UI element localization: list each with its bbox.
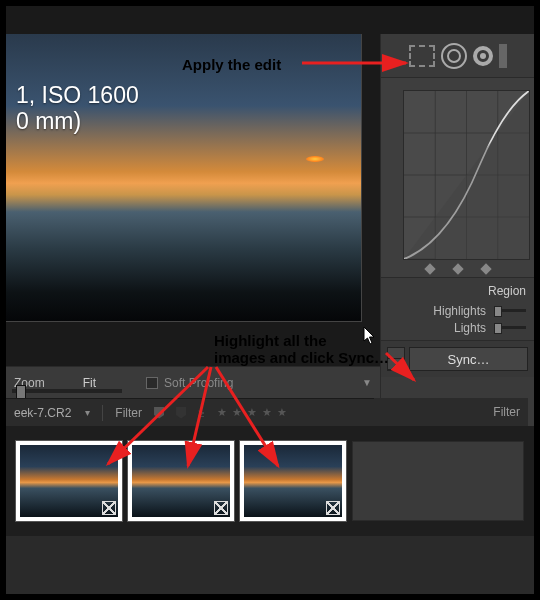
filmstrip-thumb[interactable] xyxy=(128,441,234,521)
mouse-cursor-icon xyxy=(363,326,377,346)
lights-slider[interactable] xyxy=(494,326,526,329)
sync-bar: Sync… xyxy=(381,340,534,377)
fit-label[interactable]: Fit xyxy=(83,376,96,390)
tool-strip xyxy=(381,34,534,78)
right-filter-bar: Filter xyxy=(374,398,528,426)
bottom-padding xyxy=(6,536,534,594)
radial-tool-icon[interactable] xyxy=(473,46,493,66)
meta-line-2: 0 mm) xyxy=(16,108,139,134)
current-filename: eek-7.CR2 xyxy=(14,406,71,420)
redeye-tool-icon[interactable] xyxy=(441,43,467,69)
slider-label: Highlights xyxy=(433,304,486,318)
tone-region-block: Region Highlights Lights xyxy=(381,278,534,340)
tone-curve-graph[interactable] xyxy=(403,90,530,260)
meta-line-1: 1, ISO 1600 xyxy=(16,82,139,108)
filmstrip-thumb[interactable] xyxy=(240,441,346,521)
flag-reject-filter-icon[interactable] xyxy=(176,407,186,419)
crop-tool-icon[interactable] xyxy=(409,45,435,67)
rating-filter[interactable]: ★ ★ ★ ★ ★ xyxy=(217,406,288,419)
region-label: Region xyxy=(389,284,526,298)
slider-row-highlights: Highlights xyxy=(389,302,526,319)
sync-button[interactable]: Sync… xyxy=(409,347,528,371)
dropdown-triangle-icon[interactable]: ▼ xyxy=(362,377,372,388)
curve-region-markers[interactable] xyxy=(403,265,530,273)
rating-compare-icon[interactable]: ≥ xyxy=(198,407,205,419)
flag-filter-icon[interactable] xyxy=(154,407,164,419)
slider-row-lights: Lights xyxy=(389,319,526,336)
main-preview-image[interactable]: 1, ISO 1600 0 mm) xyxy=(6,34,362,322)
filter-label[interactable]: Filter xyxy=(115,406,142,420)
checkbox-icon[interactable] xyxy=(146,377,158,389)
filmstrip-empty xyxy=(352,441,524,521)
filmstrip-filter-bar: eek-7.CR2 ▾ Filter ≥ ★ ★ ★ ★ ★ xyxy=(6,398,380,426)
annotation-apply-edit: Apply the edit xyxy=(182,56,281,73)
tone-curve-panel xyxy=(381,78,534,278)
filename-dropdown-icon[interactable]: ▾ xyxy=(85,407,90,418)
slider-label: Lights xyxy=(454,321,486,335)
zoom-slider[interactable] xyxy=(12,389,122,393)
panel-toggle-icon[interactable] xyxy=(499,44,507,68)
separator xyxy=(102,405,103,421)
highlights-slider[interactable] xyxy=(494,309,526,312)
filmstrip xyxy=(6,426,534,536)
sync-switch-button[interactable] xyxy=(387,347,405,371)
photo-metadata-overlay: 1, ISO 1600 0 mm) xyxy=(16,82,139,135)
preview-toolbar: Zoom Fit Soft Proofing ▼ xyxy=(6,366,380,398)
soft-proofing-toggle[interactable]: Soft Proofing xyxy=(146,376,233,390)
right-filter-label[interactable]: Filter xyxy=(493,405,520,419)
filmstrip-thumb[interactable] xyxy=(16,441,122,521)
soft-proof-label: Soft Proofing xyxy=(164,376,233,390)
